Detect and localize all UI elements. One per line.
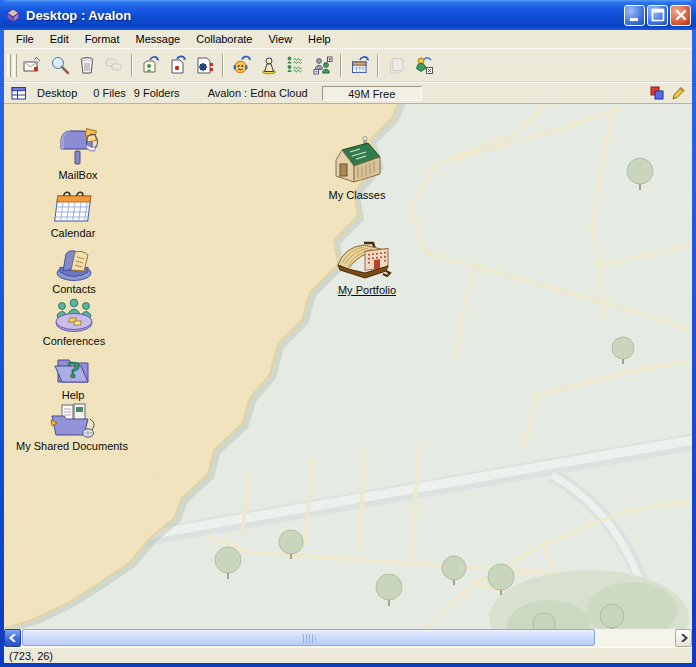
menu-file[interactable]: File bbox=[8, 31, 42, 47]
pencil-icon[interactable] bbox=[672, 86, 685, 101]
menu-message[interactable]: Message bbox=[128, 31, 189, 47]
help-folder-icon: ? bbox=[52, 350, 94, 388]
magnifier-icon bbox=[50, 55, 70, 75]
desktop-item-contacts[interactable]: Contacts bbox=[29, 244, 119, 295]
copy-button bbox=[383, 52, 410, 78]
directory-button[interactable] bbox=[282, 52, 309, 78]
scroll-right-button[interactable] bbox=[675, 629, 692, 647]
toolbar-separator bbox=[340, 54, 342, 77]
app-window: Desktop : Avalon File Edit Format Messag… bbox=[0, 0, 696, 667]
document-settings-button[interactable] bbox=[191, 52, 218, 78]
folder-count: 9 Folders bbox=[134, 87, 180, 99]
contacts-rolodex-icon bbox=[51, 244, 97, 282]
icon-label: Contacts bbox=[52, 283, 95, 295]
search-button[interactable] bbox=[46, 52, 73, 78]
close-icon bbox=[672, 6, 690, 24]
file-count: 0 Files bbox=[93, 87, 125, 99]
delete-button[interactable] bbox=[73, 52, 100, 78]
desktop-item-mailbox[interactable]: MailBox bbox=[33, 128, 123, 181]
document-up-arrow-icon bbox=[168, 55, 188, 75]
minimize-icon bbox=[626, 6, 644, 24]
status-bar: (723, 26) bbox=[4, 647, 692, 663]
scrollbar-thumb[interactable] bbox=[22, 629, 595, 646]
desktop-item-my-classes[interactable]: My Classes bbox=[297, 136, 417, 201]
icon-label: Calendar bbox=[51, 227, 96, 239]
toolbar-separator bbox=[377, 54, 379, 77]
desktop-workspace[interactable]: MailBox Calendar bbox=[4, 103, 692, 629]
icon-label: My Portfolio bbox=[338, 284, 396, 296]
menu-format[interactable]: Format bbox=[77, 31, 128, 47]
icon-label: My Shared Documents bbox=[16, 440, 128, 452]
conference-table-icon bbox=[51, 296, 97, 334]
upload-folder-button[interactable] bbox=[137, 52, 164, 78]
icon-label: Help bbox=[62, 389, 85, 401]
schoolhouse-icon bbox=[328, 136, 386, 188]
menu-help[interactable]: Help bbox=[300, 31, 339, 47]
info-bar: Desktop 0 Files 9 Folders Avalon : Edna … bbox=[4, 82, 692, 103]
desktop-item-my-portfolio[interactable]: My Portfolio bbox=[304, 235, 430, 296]
app-icon bbox=[5, 7, 21, 23]
window-body: File Edit Format Message Collaborate Vie… bbox=[4, 30, 692, 663]
new-message-button[interactable] bbox=[19, 52, 46, 78]
toolbar-separator bbox=[222, 54, 224, 77]
menu-collaborate[interactable]: Collaborate bbox=[188, 31, 260, 47]
desktop-item-conferences[interactable]: Conferences bbox=[28, 296, 120, 347]
workflow-button[interactable] bbox=[410, 52, 437, 78]
cursor-coordinates: (723, 26) bbox=[9, 650, 53, 662]
toolbar bbox=[4, 48, 692, 82]
upload-document-button[interactable] bbox=[164, 52, 191, 78]
horizontal-scrollbar bbox=[4, 629, 692, 647]
svg-text:?: ? bbox=[67, 357, 80, 383]
menu-view[interactable]: View bbox=[260, 31, 300, 47]
icon-label: Conferences bbox=[43, 335, 105, 347]
online-status-button[interactable] bbox=[255, 52, 282, 78]
desktop-item-help[interactable]: ? Help bbox=[28, 350, 118, 401]
group-edit-icon bbox=[313, 55, 333, 75]
close-button[interactable] bbox=[670, 5, 691, 26]
menu-bar: File Edit Format Message Collaborate Vie… bbox=[4, 30, 692, 48]
window-title: Desktop : Avalon bbox=[26, 8, 622, 23]
scrollbar-grip bbox=[302, 634, 315, 643]
scrollbar-track[interactable] bbox=[21, 629, 675, 647]
stacked-papers-icon bbox=[387, 55, 407, 75]
permissions-button[interactable] bbox=[309, 52, 336, 78]
icon-label: My Classes bbox=[329, 189, 386, 201]
chat-button bbox=[100, 52, 127, 78]
window-grid-icon[interactable] bbox=[11, 86, 27, 101]
view-name: Desktop bbox=[37, 87, 77, 99]
calendar-arrow-icon bbox=[350, 55, 370, 75]
portfolio-book-icon bbox=[334, 235, 400, 283]
toolbar-grip[interactable] bbox=[7, 54, 11, 77]
title-bar[interactable]: Desktop : Avalon bbox=[0, 0, 696, 30]
document-gear-icon bbox=[195, 55, 215, 75]
arrow-right-icon bbox=[680, 634, 688, 642]
figure-checkbox-icon bbox=[414, 55, 434, 75]
folder-up-arrow-icon bbox=[141, 55, 161, 75]
desktop-item-calendar[interactable]: Calendar bbox=[28, 186, 118, 239]
minimize-button[interactable] bbox=[624, 5, 645, 26]
chat-bubbles-icon bbox=[104, 55, 124, 75]
trash-icon bbox=[77, 55, 97, 75]
connection-label: Avalon : Edna Cloud bbox=[208, 87, 308, 99]
maximize-button[interactable] bbox=[647, 5, 668, 26]
icon-label: MailBox bbox=[58, 169, 97, 181]
arrow-left-icon bbox=[9, 634, 17, 642]
maximize-icon bbox=[649, 6, 667, 24]
smiley-arrow-icon bbox=[232, 55, 252, 75]
overlap-squares-icon[interactable] bbox=[650, 86, 665, 101]
toolbar-grip[interactable] bbox=[13, 54, 17, 77]
menu-edit[interactable]: Edit bbox=[42, 31, 77, 47]
toolbar-separator bbox=[131, 54, 133, 77]
new-calendar-event-button[interactable] bbox=[346, 52, 373, 78]
desktop-item-shared-documents[interactable]: My Shared Documents bbox=[4, 401, 143, 452]
scroll-left-button[interactable] bbox=[4, 629, 21, 647]
instant-message-button[interactable] bbox=[228, 52, 255, 78]
people-list-icon bbox=[286, 55, 306, 75]
free-space-indicator: 49M Free bbox=[322, 86, 422, 101]
envelope-compose-icon bbox=[23, 55, 43, 75]
calendar-icon bbox=[51, 186, 95, 226]
mailbox-icon bbox=[55, 128, 101, 168]
chess-pawn-icon bbox=[259, 55, 279, 75]
shared-documents-icon bbox=[48, 401, 96, 439]
